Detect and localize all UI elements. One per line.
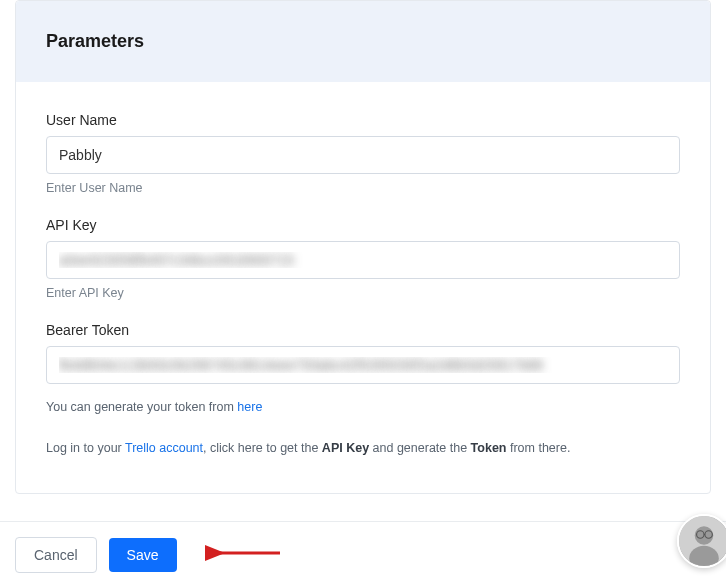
card-body: User Name Enter User Name API Key Enter … <box>16 82 710 493</box>
username-group: User Name Enter User Name <box>46 112 680 195</box>
bearertoken-label: Bearer Token <box>46 322 680 338</box>
login-hint-line: Log in to your Trello account, click her… <box>46 439 680 458</box>
username-input[interactable] <box>46 136 680 174</box>
bearertoken-input[interactable] <box>46 346 680 384</box>
username-label: User Name <box>46 112 680 128</box>
save-button[interactable]: Save <box>109 538 177 572</box>
login-suffix: from there. <box>506 441 570 455</box>
token-hint-prefix: You can generate your token from <box>46 400 237 414</box>
cancel-button[interactable]: Cancel <box>15 537 97 573</box>
parameters-card: Parameters User Name Enter User Name API… <box>15 0 711 494</box>
apikey-hint: Enter API Key <box>46 286 680 300</box>
avatar[interactable] <box>677 514 726 568</box>
bearertoken-group: Bearer Token You can generate your token… <box>46 322 680 417</box>
apikey-bold: API Key <box>322 441 369 455</box>
footer-actions: Cancel Save <box>0 521 726 588</box>
apikey-label: API Key <box>46 217 680 233</box>
apikey-group: API Key Enter API Key <box>46 217 680 300</box>
login-middle2: and generate the <box>369 441 470 455</box>
token-hint-line: You can generate your token from here <box>46 398 680 417</box>
trello-account-link[interactable]: Trello account <box>125 441 203 455</box>
parameters-title: Parameters <box>46 31 680 52</box>
token-bold: Token <box>471 441 507 455</box>
login-middle: , click here to get the <box>203 441 322 455</box>
username-hint: Enter User Name <box>46 181 680 195</box>
token-here-link[interactable]: here <box>237 400 262 414</box>
card-header: Parameters <box>16 1 710 82</box>
apikey-input[interactable] <box>46 241 680 279</box>
login-prefix: Log in to your <box>46 441 125 455</box>
arrow-annotation-icon <box>205 541 285 569</box>
